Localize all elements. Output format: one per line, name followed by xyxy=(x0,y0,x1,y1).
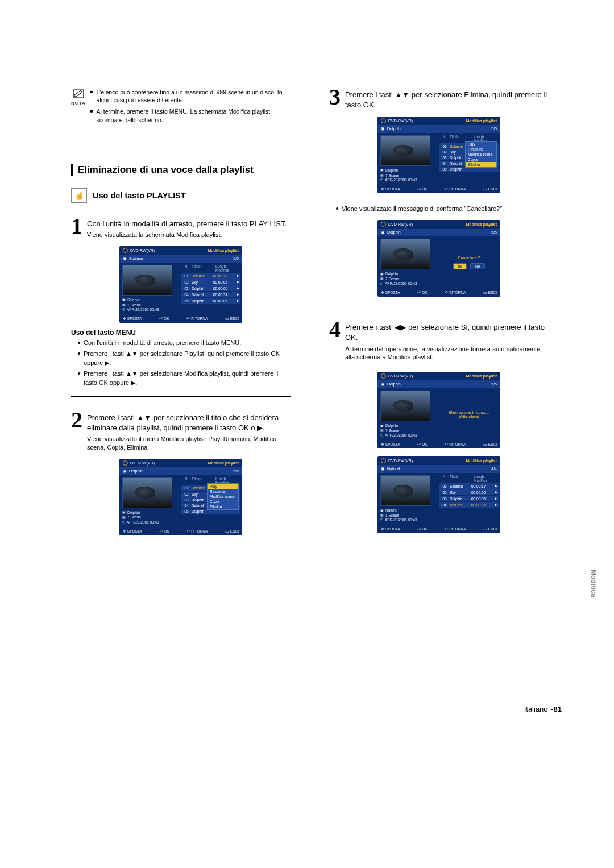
step-3: 3 Premere i tasti ▲▼ per selezionare Eli… xyxy=(329,88,549,110)
table-row[interactable]: 04Natural00:00:37▸ xyxy=(181,292,240,297)
col-title: Titolo xyxy=(190,264,215,272)
step-4: 4 Premere i tasti ◀▶ per selezionare Sì,… xyxy=(329,321,549,362)
ctx-rename[interactable]: Rinomina xyxy=(208,489,238,494)
footer-language: Italiano xyxy=(524,705,548,713)
item-info: ▣Science ▦1 Scena ◷APR/23/2006 00:43 xyxy=(122,298,177,312)
note-block: NOTA ■L'elenco può contenere fino a un m… xyxy=(71,88,291,127)
context-menu[interactable]: Play Rinomina Modifica scena Copia Elimi… xyxy=(207,483,239,510)
disc-icon xyxy=(123,248,128,253)
list-item: Premere i tasti ▲▼ per selezionare Playl… xyxy=(78,350,291,367)
step-number: 3 xyxy=(329,88,341,106)
list-item: Premere i tasti ▲▼ per selezionare Modif… xyxy=(78,369,291,387)
step-subtext: Viene visualizzata la schermata Modifica… xyxy=(87,231,287,239)
screenshot-playlist-after: DVD-RW(VR) Modifica playlist ▣Natural 4/… xyxy=(377,456,500,533)
step-text: Premere i tasti ◀▶ per selezionare Sì, q… xyxy=(345,323,545,342)
ctx-edit-scene[interactable]: Modifica scena xyxy=(208,494,238,499)
table-row[interactable]: 04Natural00:00:37▸ xyxy=(439,502,499,508)
divider xyxy=(71,545,291,545)
screenshot-playlist-3: DVD-RW(VR) Modifica playlist ▣Dolphin 5/… xyxy=(377,117,500,193)
deleting-text: Eliminazione in corso... xyxy=(449,410,489,414)
thumbnail xyxy=(122,265,172,296)
step-subtext: Al termine dell'operazione, la visualizz… xyxy=(345,345,549,362)
no-button[interactable]: No xyxy=(470,263,485,269)
screenshot-confirm: DVD-RW(VR) Modifica playlist ▣Dolphin 5/… xyxy=(377,220,500,297)
step-number: 2 xyxy=(71,411,82,429)
screen-footer: ✥ SPOSTA ⏎ OK ↶ RITORNA ▭ ESCI xyxy=(119,315,242,323)
screenshot-playlist-2: DVD-RW(VR) Modifica playlist ▣ Dolphin 5… xyxy=(119,459,242,535)
step-text: Con l'unità in modalità di arresto, prem… xyxy=(87,219,287,228)
breadcrumb-name: Science xyxy=(129,256,143,261)
table-row[interactable]: 03Dolphin00:00:06▸ xyxy=(439,496,499,501)
note-icon: NOTA xyxy=(71,88,86,107)
step-subtext: Viene visualizzato il menu Modifica play… xyxy=(87,435,291,452)
note-item: Al termine, premere il tasto MENU. La sc… xyxy=(96,107,291,123)
page-footer: Italiano -81 xyxy=(524,705,562,713)
ctx-delete[interactable]: Elimina xyxy=(466,162,496,167)
menu-subheading: Uso del tasto MENU xyxy=(71,329,291,337)
note-label: NOTA xyxy=(71,101,86,107)
table-row[interactable]: 02Sky00:00:06▸ xyxy=(439,489,499,495)
step-2: 2 Premere i tasti ▲▼ per selezionare il … xyxy=(71,411,291,452)
col-number: N. xyxy=(182,264,190,272)
screenshot-playlist-1: DVD-RW(VR) Modifica playlist ▣ Science 5… xyxy=(119,246,242,323)
yes-button[interactable]: Sì xyxy=(453,263,467,269)
table-row[interactable]: 01Science00:00:17▸ xyxy=(181,273,240,279)
screenshot-deleting: DVD-RW(VR) Modifica playlist ▣Dolphin 5/… xyxy=(377,372,500,448)
thumbnail xyxy=(122,477,172,508)
disc-label: DVD-RW(VR) xyxy=(130,248,155,252)
ctx-play[interactable]: Play xyxy=(208,484,238,489)
wait-text: (Attendere) xyxy=(459,414,479,418)
subsection-title: Uso del tasto PLAYLIST xyxy=(93,191,186,200)
confirm-dialog: Cancellare ? Sì No xyxy=(438,236,500,289)
menu-bullet-list: Con l'unità in modalità di arresto, prem… xyxy=(78,339,291,387)
step-text: Premere i tasti ▲▼ per selezionare Elimi… xyxy=(345,90,547,109)
step-number: 1 xyxy=(71,217,82,235)
confirm-text: Cancellare ? xyxy=(458,256,480,260)
step-number: 4 xyxy=(329,321,341,339)
confirm-bullet: Viene visualizzato il messaggio di confe… xyxy=(336,205,549,213)
screen-title: Modifica playlist xyxy=(208,248,239,252)
table-row[interactable]: 01Science00:00:17▸ xyxy=(439,483,499,489)
list-item: Con l'unità in modalità di arresto, prem… xyxy=(78,339,291,347)
step-1: 1 Con l'unità in modalità di arresto, pr… xyxy=(71,217,291,239)
disc-icon xyxy=(123,460,128,466)
footer-page: -81 xyxy=(551,705,562,713)
table-row[interactable]: 03Dolphin00:00:06▸ xyxy=(181,285,240,291)
table-row[interactable]: 05Dolphin00:00:06▸ xyxy=(181,298,240,304)
divider xyxy=(71,396,291,397)
hand-icon: ☝ xyxy=(71,188,87,203)
note-item: L'elenco può contenere fino a un massimo… xyxy=(96,88,291,104)
table-row[interactable]: 02Sky00:00:06▸ xyxy=(181,279,240,285)
sidebar-section-label: Modifica xyxy=(590,570,598,597)
folder-icon: ▣ xyxy=(123,256,127,261)
section-title: Eliminazione di una voce dalla playlist xyxy=(71,164,254,176)
context-menu[interactable]: Play Rinomina Modifica scena Copia Elimi… xyxy=(465,141,497,168)
divider xyxy=(329,306,549,306)
page-counter: 5/5 xyxy=(233,256,239,261)
col-length: Lungh. Modifica xyxy=(215,264,239,272)
progress-dialog: Eliminazione in corso... (Attendere) xyxy=(438,388,500,441)
list-item: Viene visualizzato il messaggio di confe… xyxy=(336,205,549,213)
step-text: Premere i tasti ▲▼ per selezionare il ti… xyxy=(87,413,279,432)
pencil-note-icon xyxy=(72,88,85,99)
ctx-copy[interactable]: Copia xyxy=(208,499,238,504)
ctx-delete[interactable]: Elimina xyxy=(208,504,238,509)
